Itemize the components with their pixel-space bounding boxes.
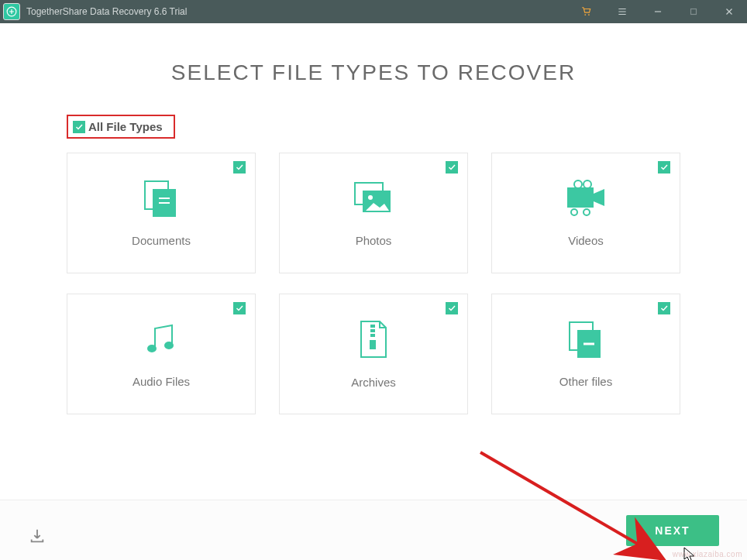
- card-checkbox[interactable]: [233, 161, 246, 173]
- footer-bar: NEXT: [0, 500, 747, 560]
- card-checkbox[interactable]: [658, 161, 670, 173]
- card-other[interactable]: Other files: [491, 294, 680, 414]
- svg-point-8: [368, 195, 373, 200]
- file-type-grid: Documents Photos: [67, 153, 680, 414]
- svg-rect-3: [691, 9, 697, 15]
- photos-icon: [352, 180, 395, 220]
- audio-icon: [143, 321, 180, 361]
- svg-point-10: [574, 180, 582, 188]
- card-checkbox[interactable]: [658, 302, 670, 314]
- documents-icon: [140, 180, 182, 220]
- svg-point-11: [583, 180, 591, 188]
- svg-rect-16: [370, 325, 375, 328]
- all-file-types-checkbox[interactable]: [73, 121, 85, 133]
- other-icon: [565, 321, 607, 361]
- watermark-text: www.xiazaiba.com: [673, 550, 742, 558]
- svg-point-14: [147, 345, 157, 352]
- archives-icon: [356, 320, 391, 362]
- svg-point-13: [583, 209, 590, 215]
- app-window: TogetherShare Data Recovery 6.6 Trial SE…: [0, 0, 747, 560]
- all-file-types-row[interactable]: All File Types: [67, 115, 175, 139]
- close-button[interactable]: [711, 0, 747, 23]
- import-button[interactable]: [26, 526, 48, 546]
- window-title: TogetherShare Data Recovery 6.6 Trial: [26, 6, 187, 17]
- card-label: Other files: [559, 375, 612, 388]
- svg-rect-18: [370, 334, 375, 337]
- card-label: Audio Files: [133, 375, 190, 388]
- content-area: SELECT FILE TYPES TO RECOVER All File Ty…: [0, 23, 747, 560]
- page-title: SELECT FILE TYPES TO RECOVER: [0, 60, 747, 85]
- card-videos[interactable]: Videos: [491, 153, 680, 273]
- svg-rect-19: [370, 340, 376, 349]
- svg-point-12: [571, 209, 577, 215]
- maximize-button[interactable]: [676, 0, 711, 23]
- minimize-button[interactable]: [640, 0, 676, 23]
- titlebar: TogetherShare Data Recovery 6.6 Trial: [0, 0, 747, 23]
- app-logo-icon: [3, 3, 20, 20]
- svg-point-15: [164, 342, 174, 349]
- card-checkbox[interactable]: [233, 302, 246, 314]
- svg-point-2: [588, 14, 590, 15]
- card-archives[interactable]: Archives: [279, 294, 468, 414]
- card-audio[interactable]: Audio Files: [67, 294, 256, 414]
- card-label: Videos: [568, 234, 604, 247]
- svg-rect-17: [370, 329, 375, 332]
- card-label: Documents: [132, 234, 191, 247]
- svg-rect-9: [567, 187, 594, 208]
- card-label: Photos: [356, 234, 392, 247]
- card-documents[interactable]: Documents: [67, 153, 256, 273]
- card-label: Archives: [351, 376, 396, 389]
- svg-point-1: [584, 14, 586, 15]
- card-checkbox[interactable]: [446, 161, 458, 173]
- card-photos[interactable]: Photos: [279, 153, 468, 273]
- all-file-types-label: All File Types: [88, 120, 163, 133]
- videos-icon: [563, 180, 609, 220]
- card-checkbox[interactable]: [446, 302, 458, 314]
- cart-button[interactable]: [569, 0, 604, 23]
- menu-button[interactable]: [604, 0, 640, 23]
- next-button[interactable]: NEXT: [626, 515, 719, 546]
